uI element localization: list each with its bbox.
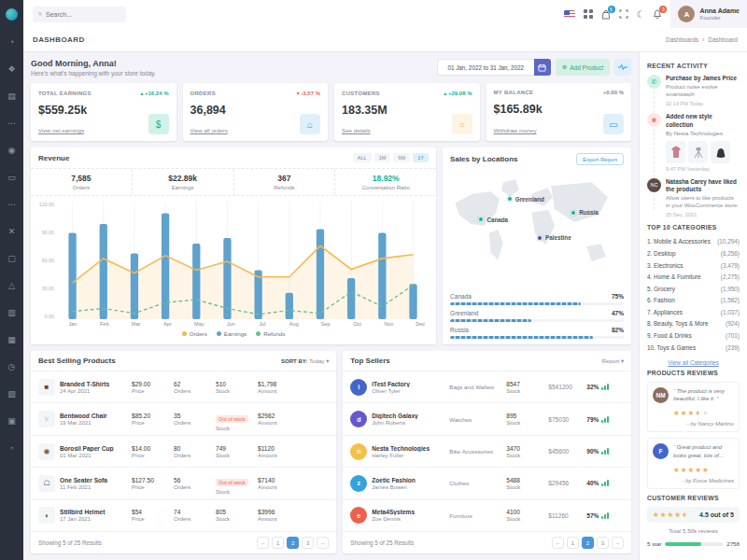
review-card[interactable]: NM “ The product is very beautiful. I li… [647, 382, 740, 432]
page-3-button[interactable]: 3 [302, 537, 314, 549]
page-prev-button[interactable]: ← [257, 537, 269, 549]
card-link[interactable]: Withdraw money [494, 127, 537, 133]
language-flag-icon[interactable] [564, 10, 575, 19]
dark-mode-icon[interactable]: ☾ [637, 9, 645, 20]
seller-logo: e [350, 507, 367, 524]
legend-item[interactable]: Refunds [256, 330, 285, 337]
page-next-button[interactable]: → [317, 537, 329, 549]
tab-6m[interactable]: 6M [393, 153, 410, 162]
sidebar-item-maps[interactable]: ▧ [0, 380, 23, 407]
map-marker-greenland[interactable]: Greenland [507, 196, 544, 203]
stat-orders-value: 7,585 [31, 174, 132, 183]
page-next-button[interactable]: → [612, 537, 624, 549]
sidebar-item-apps[interactable]: ❖ [0, 55, 23, 82]
results-summary: Showing 5 of 25 Results [38, 539, 102, 546]
page-1-button[interactable]: 1 [272, 537, 284, 549]
pagination: ← 1 2 3 → [257, 537, 329, 549]
product-row[interactable]: ◉ Borosil Paper Cup01 Mar 2021 $14.00Pri… [31, 435, 336, 467]
breadcrumb-parent[interactable]: Dashboards [666, 36, 698, 43]
stat-conversion-label: Conversation Ratio [335, 185, 436, 190]
product-thumbnail: ☖ [38, 475, 55, 492]
sidebar-item-forms[interactable]: △ [0, 272, 23, 299]
date-range-picker [437, 59, 551, 76]
card-delta: ▴ +29.08 % [444, 90, 472, 96]
sidebar-item-widgets[interactable]: ▢ [0, 245, 23, 272]
user-menu[interactable]: A Anna Adame Founder [670, 0, 747, 28]
location-row-greenland: Greenland47% [450, 310, 624, 322]
category-row: 1. Mobile & Accessories(10,294) [647, 236, 740, 248]
stat-cards-row: TOTAL EARNINGS▴ +16.24 % $559.25k View n… [31, 83, 631, 141]
page-2-button[interactable]: 2 [582, 537, 594, 549]
map-marker-canada[interactable]: Canada [478, 217, 508, 223]
world-map[interactable]: Greenland Canada Russia Palestine [448, 171, 626, 285]
sidebar-item-dashboards[interactable]: ◔ [0, 28, 23, 55]
shirt-thumbnail[interactable] [666, 141, 685, 163]
legend-item[interactable]: Orders [182, 330, 207, 337]
view-all-categories-link[interactable]: View all Categories [647, 359, 740, 366]
cart-icon[interactable]: 5 [601, 9, 611, 20]
tab-1m[interactable]: 1M [374, 153, 391, 162]
tab-all[interactable]: ALL [353, 153, 372, 162]
page-1-button[interactable]: 1 [567, 537, 579, 549]
search-input[interactable] [46, 11, 120, 18]
date-range-input[interactable] [437, 59, 534, 76]
activity-item[interactable]: ✆ Purchase by James Price Product noise … [647, 75, 740, 106]
camera-thumbnail[interactable] [688, 141, 708, 163]
product-row[interactable]: ■ Branded T-Shirts24 Apr 2021 $29.00Pric… [31, 371, 336, 402]
page-prev-button[interactable]: ← [552, 537, 564, 549]
tab-1y[interactable]: 1Y [413, 153, 429, 162]
sidebar-item-pages[interactable]: ▭ [0, 163, 23, 190]
map-marker-palestine[interactable]: Palestine [537, 234, 571, 241]
seller-row[interactable]: i iTest FactoryOliver Tyler Bags and Wal… [343, 371, 631, 402]
sidebar-item-components[interactable]: ✕ [0, 217, 23, 245]
review-card[interactable]: F “ Great product and looks great, lots … [647, 438, 740, 488]
card-link[interactable]: View net earnings [38, 127, 84, 133]
fullscreen-icon[interactable] [619, 9, 628, 19]
seller-row[interactable]: z Zoetic FashionJames Bowen Clothes 5488… [343, 467, 631, 498]
card-link[interactable]: See details [342, 127, 371, 133]
activity-item[interactable]: ❀ Added new style collection By Nesta Te… [647, 113, 740, 171]
product-row[interactable]: ☖ One Seater Sofa11 Feb 2021 $127.50Pric… [31, 467, 336, 498]
bag-thumbnail[interactable] [711, 141, 730, 163]
pagination: ← 1 2 3 → [552, 537, 624, 549]
sidebar-item-more-1[interactable]: ⋯ [0, 109, 23, 136]
notifications-bell-icon[interactable]: 3 [653, 9, 662, 20]
sidebar-item-authentication[interactable]: ◉ [0, 136, 23, 163]
sidebar-item-docs[interactable]: ▫ [0, 434, 23, 461]
sidebar-item-icons[interactable]: ◷ [0, 353, 23, 380]
product-row[interactable]: ◖ Stillbird Helmet17 Jan 2021 $54Price 7… [31, 499, 336, 531]
sidebar-item-more-2[interactable]: ⋯ [0, 190, 23, 217]
mini-bars-icon [601, 480, 609, 486]
card-link[interactable]: View all orders [190, 127, 228, 133]
mini-bars-icon [601, 416, 609, 423]
sidebar-item-layouts[interactable]: ▤ [0, 82, 23, 109]
page-3-button[interactable]: 3 [597, 537, 609, 549]
product-row[interactable]: ⑂ Bentwood Chair19 Mar 2021 $85.20Price … [31, 402, 336, 434]
revenue-range-tabs: ALL 1M 6M 1Y [353, 153, 429, 162]
seller-row[interactable]: e Meta4SystemsZoe Dennis Furniture 4100S… [343, 499, 631, 531]
report-dropdown[interactable]: Report ▾ [602, 357, 624, 364]
sidebar-item-tables[interactable]: ▥ [0, 299, 23, 326]
calendar-button[interactable] [534, 59, 551, 76]
page-2-button[interactable]: 2 [287, 537, 299, 549]
activity-item[interactable]: NC Natasha Carey have liked the products… [647, 178, 740, 218]
sidebar-item-charts[interactable]: ▦ [0, 326, 23, 353]
seller-row[interactable]: d Digitech GalaxyJohn Roberts Watches 89… [343, 402, 631, 434]
seller-row[interactable]: n Nesta TechnologiesHarley Fuller Bike A… [343, 435, 631, 467]
export-report-button[interactable]: Export Report [576, 153, 624, 165]
mini-bars-icon [601, 384, 609, 390]
apps-grid-icon[interactable] [584, 9, 593, 19]
card-my-balance: MY BALANCE+0.00 % $165.89k Withdraw mone… [486, 83, 632, 141]
activity-button[interactable] [614, 59, 631, 76]
app-logo[interactable] [0, 0, 23, 28]
add-product-button[interactable]: ⊕Add Product [556, 59, 610, 76]
search-box [33, 7, 126, 22]
legend-item[interactable]: Earnings [217, 330, 247, 337]
user-name: Anna Adame [699, 7, 740, 15]
product-thumbnail: ⑂ [38, 411, 55, 427]
sidebar-item-multilevel[interactable]: ▣ [0, 407, 23, 434]
map-marker-russia[interactable]: Russia [571, 209, 599, 216]
sort-by-dropdown[interactable]: SORT BY: Today ▾ [281, 357, 329, 364]
category-row: 7. Appliances(1,037) [647, 307, 740, 319]
logo-icon [6, 8, 18, 21]
